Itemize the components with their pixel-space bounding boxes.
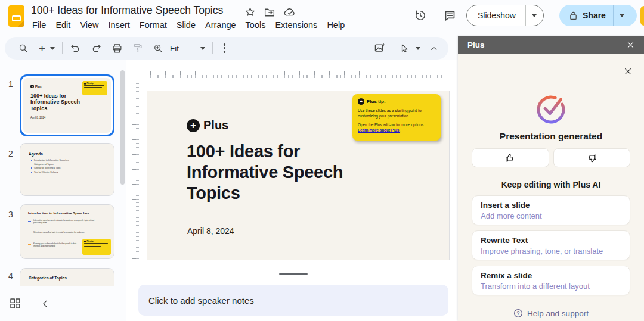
menu-insert[interactable]: Insert xyxy=(104,18,135,32)
zoom-fit-caret-icon[interactable] xyxy=(200,47,205,50)
keep-editing-heading: Keep editing with Plus AI xyxy=(458,180,644,189)
plus-tip-note[interactable]: + Plus tip: Use these slides as a starti… xyxy=(352,94,441,141)
rewrite-text-card[interactable]: Rewrite Text Improve phrasing, tone, or … xyxy=(472,230,630,260)
collapse-filmstrip-chevron-icon[interactable] xyxy=(41,299,50,308)
menu-tools[interactable]: Tools xyxy=(241,18,271,32)
slideshow-button[interactable]: Slideshow xyxy=(466,5,544,26)
thumbs-down-button[interactable] xyxy=(553,148,631,167)
insert-slide-card[interactable]: Insert a slide Add more content xyxy=(472,195,630,225)
menu-file[interactable]: File xyxy=(27,18,51,32)
slide-filmstrip: 1 2 3 4 + Plus 100+ Ideas for Informativ… xyxy=(0,60,126,286)
new-slide-caret-icon[interactable] xyxy=(50,47,55,50)
generated-check-icon xyxy=(458,92,644,125)
search-menus-icon[interactable] xyxy=(18,43,29,54)
zoom-icon[interactable] xyxy=(153,43,164,54)
slide-canvas-area: + Plus + Plus tip: Use these slides as a… xyxy=(126,60,458,321)
menu-help[interactable]: Help xyxy=(322,18,349,32)
horizontal-ruler xyxy=(150,71,447,78)
version-history-icon[interactable] xyxy=(414,9,427,22)
slideshow-dropdown-caret-icon[interactable] xyxy=(525,5,543,26)
filmstrip-footer xyxy=(0,286,126,321)
toolbar-divider xyxy=(212,42,213,54)
feedback-buttons xyxy=(472,148,630,167)
help-icon: ? xyxy=(513,308,523,318)
edit-toolbar: + Fit xyxy=(5,37,448,60)
zoom-fit-select[interactable]: Fit xyxy=(170,44,179,53)
share-label: Share xyxy=(583,11,606,20)
menu-extensions[interactable]: Extensions xyxy=(270,18,322,32)
menu-view[interactable]: View xyxy=(75,18,103,32)
vertical-ruler xyxy=(132,80,139,260)
help-and-support-link[interactable]: ? Help and support xyxy=(458,308,644,318)
panel-header: Plus xyxy=(458,36,644,54)
toolbar-divider xyxy=(62,42,63,54)
document-title[interactable]: 100+ Ideas for Informative Speech Topics xyxy=(31,4,223,17)
plus-badge-icon: + xyxy=(30,85,34,88)
menu-edit[interactable]: Edit xyxy=(51,18,75,32)
top-bar: 100+ Ideas for Informative Speech Topics… xyxy=(0,0,644,36)
cloud-saved-icon[interactable] xyxy=(283,7,296,18)
generation-status-text: Presentation generated xyxy=(458,131,644,142)
thumb-slide-title: 100+ Ideas for Informative Speech Topics xyxy=(30,93,90,111)
tip-body: Use these slides as a starting point for… xyxy=(358,108,434,119)
google-slides-app: 100+ Ideas for Informative Speech Topics… xyxy=(0,0,644,321)
undo-icon[interactable] xyxy=(70,43,81,54)
dismiss-message-icon[interactable] xyxy=(624,67,632,76)
speaker-notes-input[interactable]: Click to add speaker notes xyxy=(138,285,448,316)
slide-thumbnail-4[interactable]: Categories of Topics xyxy=(20,268,114,286)
slideshow-label: Slideshow xyxy=(467,5,525,26)
speaker-notes-placeholder: Click to add speaker notes xyxy=(148,295,254,306)
current-slide[interactable]: + Plus + Plus tip: Use these slides as a… xyxy=(147,91,450,260)
slide-thumbnail-3[interactable]: Introduction to Informative Speeches Inf… xyxy=(20,204,114,259)
tip-body2: Open the Plus add-on for more options. xyxy=(358,123,425,127)
insert-image-icon[interactable] xyxy=(373,42,386,54)
slide-number: 3 xyxy=(8,210,13,219)
print-icon[interactable] xyxy=(112,43,123,54)
slide-number: 4 xyxy=(8,271,13,281)
lock-icon xyxy=(569,11,578,21)
thumb-slide-date: April 8, 2024 xyxy=(30,116,45,119)
menu-slide[interactable]: Slide xyxy=(172,18,200,32)
menu-bar: File Edit View Insert Format Slide Arran… xyxy=(27,18,349,32)
slide-thumbnail-2[interactable]: Agenda Introduction to Informative Speec… xyxy=(20,143,114,196)
svg-text:?: ? xyxy=(517,310,520,316)
slide-number: 2 xyxy=(8,149,13,158)
panel-title: Plus xyxy=(467,40,485,49)
comment-icon[interactable] xyxy=(444,10,456,22)
plus-badge-icon: + xyxy=(187,119,200,132)
slide-date-textbox[interactable]: April 8, 2024 xyxy=(187,226,234,236)
menu-format[interactable]: Format xyxy=(135,18,172,32)
thumb-tip-note: Plus tip: xyxy=(82,239,111,255)
toolbar-overflow-icon[interactable] xyxy=(224,47,225,49)
select-cursor-icon[interactable] xyxy=(399,43,410,54)
google-slides-logo-icon[interactable] xyxy=(8,5,24,27)
plus-logo: + Plus xyxy=(30,85,42,88)
partial-avatar[interactable] xyxy=(640,6,644,26)
tip-learn-more-link[interactable]: Learn more about Plus. xyxy=(358,128,400,132)
remix-slide-card[interactable]: Remix a slide Transform into a different… xyxy=(472,266,630,295)
slide-title-textbox[interactable]: 100+ Ideas for Informative Speech Topics xyxy=(187,141,360,203)
paint-format-icon xyxy=(132,43,143,54)
move-to-folder-icon[interactable] xyxy=(264,7,275,18)
share-button[interactable]: Share xyxy=(559,5,637,26)
slide-number: 1 xyxy=(8,79,13,89)
thumb-agenda-list: Introduction to Informative Speeches Cat… xyxy=(31,159,69,174)
menu-arrange[interactable]: Arrange xyxy=(200,18,241,32)
grid-view-icon[interactable] xyxy=(9,297,21,310)
new-slide-icon[interactable]: + xyxy=(39,43,45,54)
filmstrip-scrollbar[interactable] xyxy=(120,70,125,185)
cursor-mode-caret-icon[interactable] xyxy=(416,47,420,50)
star-icon[interactable] xyxy=(244,7,256,18)
plus-badge-icon: + xyxy=(358,98,364,105)
plus-addon-panel: Plus Presentation generated xyxy=(458,36,644,321)
tip-heading: Plus tip: xyxy=(367,99,386,104)
notes-resize-handle[interactable] xyxy=(279,273,308,275)
collapse-toolbar-icon[interactable] xyxy=(429,43,439,54)
panel-close-icon[interactable] xyxy=(627,41,634,49)
thumb-tip-note: Plus tip: xyxy=(82,81,107,95)
redo-icon[interactable] xyxy=(91,43,102,54)
slide-thumbnail-1[interactable]: + Plus 100+ Ideas for Informative Speech… xyxy=(20,74,114,136)
thumbs-up-button[interactable] xyxy=(472,148,549,167)
plus-logo[interactable]: + Plus xyxy=(187,119,228,132)
share-dropdown-caret-icon[interactable] xyxy=(613,5,631,26)
